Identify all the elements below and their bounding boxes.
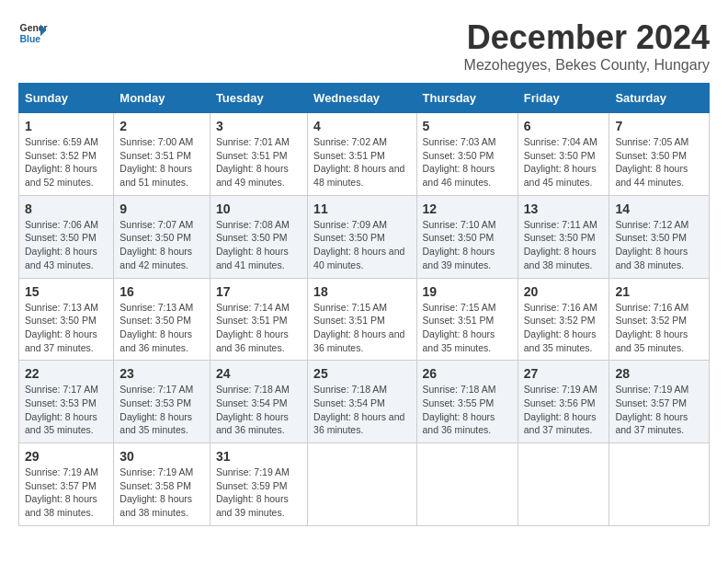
day-cell: 16Sunrise: 7:13 AMSunset: 3:50 PMDayligh…	[114, 278, 210, 361]
day-detail: Sunrise: 7:13 AMSunset: 3:50 PMDaylight:…	[119, 302, 193, 353]
day-cell: 20Sunrise: 7:16 AMSunset: 3:52 PMDayligh…	[518, 278, 609, 361]
day-number: 4	[313, 119, 410, 133]
day-number: 26	[423, 366, 512, 381]
day-detail: Sunrise: 7:14 AMSunset: 3:51 PMDaylight:…	[216, 302, 290, 353]
day-cell: 2Sunrise: 7:00 AMSunset: 3:51 PMDaylight…	[114, 113, 210, 196]
day-detail: Sunrise: 7:19 AMSunset: 3:59 PMDaylight:…	[216, 466, 290, 518]
day-cell: 6Sunrise: 7:04 AMSunset: 3:50 PMDaylight…	[518, 113, 609, 196]
day-detail: Sunrise: 7:00 AMSunset: 3:51 PMDaylight:…	[119, 136, 193, 188]
day-cell	[416, 443, 518, 526]
day-number: 30	[119, 449, 204, 464]
day-cell: 25Sunrise: 7:18 AMSunset: 3:54 PMDayligh…	[308, 361, 416, 443]
day-cell: 30Sunrise: 7:19 AMSunset: 3:58 PMDayligh…	[114, 443, 210, 526]
day-detail: Sunrise: 7:19 AMSunset: 3:57 PMDaylight:…	[25, 466, 98, 518]
day-number: 23	[119, 366, 204, 381]
logo-icon: General Blue	[18, 18, 48, 48]
day-cell	[518, 443, 609, 526]
day-cell: 15Sunrise: 7:13 AMSunset: 3:50 PMDayligh…	[19, 278, 114, 361]
day-detail: Sunrise: 7:19 AMSunset: 3:57 PMDaylight:…	[615, 384, 688, 435]
day-detail: Sunrise: 7:16 AMSunset: 3:52 PMDaylight:…	[524, 302, 597, 353]
day-cell	[609, 443, 710, 526]
week-row: 1Sunrise: 6:59 AMSunset: 3:52 PMDaylight…	[19, 113, 710, 196]
day-detail: Sunrise: 7:18 AMSunset: 3:54 PMDaylight:…	[313, 384, 404, 435]
day-detail: Sunrise: 7:18 AMSunset: 3:55 PMDaylight:…	[423, 384, 496, 435]
day-number: 6	[524, 119, 604, 133]
day-detail: Sunrise: 7:05 AMSunset: 3:50 PMDaylight:…	[615, 136, 688, 188]
day-cell: 24Sunrise: 7:18 AMSunset: 3:54 PMDayligh…	[210, 361, 307, 443]
day-cell: 12Sunrise: 7:10 AMSunset: 3:50 PMDayligh…	[416, 195, 518, 278]
col-header-sunday: Sunday	[19, 84, 114, 113]
day-number: 31	[216, 449, 301, 464]
day-number: 20	[524, 284, 604, 299]
day-cell: 29Sunrise: 7:19 AMSunset: 3:57 PMDayligh…	[19, 443, 114, 526]
day-detail: Sunrise: 6:59 AMSunset: 3:52 PMDaylight:…	[25, 136, 98, 188]
day-cell: 5Sunrise: 7:03 AMSunset: 3:50 PMDaylight…	[416, 113, 518, 196]
day-cell: 27Sunrise: 7:19 AMSunset: 3:56 PMDayligh…	[518, 361, 609, 443]
day-number: 3	[216, 119, 301, 133]
day-detail: Sunrise: 7:12 AMSunset: 3:50 PMDaylight:…	[615, 219, 688, 270]
day-detail: Sunrise: 7:15 AMSunset: 3:51 PMDaylight:…	[313, 302, 404, 353]
svg-text:Blue: Blue	[20, 34, 41, 44]
week-row: 29Sunrise: 7:19 AMSunset: 3:57 PMDayligh…	[19, 443, 710, 526]
day-cell: 26Sunrise: 7:18 AMSunset: 3:55 PMDayligh…	[416, 361, 518, 443]
col-header-monday: Monday	[114, 84, 210, 113]
week-row: 15Sunrise: 7:13 AMSunset: 3:50 PMDayligh…	[19, 278, 710, 361]
col-header-saturday: Saturday	[609, 84, 710, 113]
week-row: 22Sunrise: 7:17 AMSunset: 3:53 PMDayligh…	[19, 361, 710, 443]
day-cell: 8Sunrise: 7:06 AMSunset: 3:50 PMDaylight…	[19, 195, 114, 278]
day-cell: 10Sunrise: 7:08 AMSunset: 3:50 PMDayligh…	[210, 195, 307, 278]
day-number: 27	[524, 366, 604, 381]
day-detail: Sunrise: 7:16 AMSunset: 3:52 PMDaylight:…	[615, 302, 688, 353]
day-cell: 22Sunrise: 7:17 AMSunset: 3:53 PMDayligh…	[19, 361, 114, 443]
col-header-thursday: Thursday	[416, 84, 518, 113]
day-cell: 1Sunrise: 6:59 AMSunset: 3:52 PMDaylight…	[19, 113, 114, 196]
day-cell: 23Sunrise: 7:17 AMSunset: 3:53 PMDayligh…	[114, 361, 210, 443]
subtitle: Mezohegyes, Bekes County, Hungary	[464, 57, 710, 74]
day-number: 17	[216, 284, 301, 299]
day-detail: Sunrise: 7:18 AMSunset: 3:54 PMDaylight:…	[216, 384, 290, 435]
day-cell: 13Sunrise: 7:11 AMSunset: 3:50 PMDayligh…	[518, 195, 609, 278]
day-detail: Sunrise: 7:02 AMSunset: 3:51 PMDaylight:…	[313, 136, 404, 188]
day-cell: 14Sunrise: 7:12 AMSunset: 3:50 PMDayligh…	[609, 195, 710, 278]
day-detail: Sunrise: 7:01 AMSunset: 3:51 PMDaylight:…	[216, 136, 290, 188]
day-detail: Sunrise: 7:15 AMSunset: 3:51 PMDaylight:…	[423, 302, 496, 353]
day-cell: 28Sunrise: 7:19 AMSunset: 3:57 PMDayligh…	[609, 361, 710, 443]
day-number: 21	[615, 284, 703, 299]
week-row: 8Sunrise: 7:06 AMSunset: 3:50 PMDaylight…	[19, 195, 710, 278]
day-detail: Sunrise: 7:03 AMSunset: 3:50 PMDaylight:…	[423, 136, 496, 188]
day-number: 14	[615, 201, 703, 216]
day-cell	[308, 443, 416, 526]
day-cell: 21Sunrise: 7:16 AMSunset: 3:52 PMDayligh…	[609, 278, 710, 361]
day-number: 25	[313, 366, 410, 381]
day-cell: 11Sunrise: 7:09 AMSunset: 3:50 PMDayligh…	[308, 195, 416, 278]
day-number: 12	[423, 201, 512, 216]
day-number: 22	[25, 366, 108, 381]
day-cell: 3Sunrise: 7:01 AMSunset: 3:51 PMDaylight…	[210, 113, 307, 196]
day-detail: Sunrise: 7:11 AMSunset: 3:50 PMDaylight:…	[524, 219, 597, 270]
day-number: 29	[25, 449, 108, 464]
day-number: 1	[25, 119, 108, 133]
title-area: December 2024 Mezohegyes, Bekes County, …	[464, 18, 710, 74]
col-header-wednesday: Wednesday	[308, 84, 416, 113]
day-number: 16	[119, 284, 204, 299]
day-number: 24	[216, 366, 301, 381]
day-cell: 17Sunrise: 7:14 AMSunset: 3:51 PMDayligh…	[210, 278, 307, 361]
day-number: 7	[615, 119, 703, 133]
day-cell: 31Sunrise: 7:19 AMSunset: 3:59 PMDayligh…	[210, 443, 307, 526]
day-number: 10	[216, 201, 301, 216]
day-number: 18	[313, 284, 410, 299]
day-number: 8	[25, 201, 108, 216]
day-number: 19	[423, 284, 512, 299]
col-header-tuesday: Tuesday	[210, 84, 307, 113]
day-cell: 19Sunrise: 7:15 AMSunset: 3:51 PMDayligh…	[416, 278, 518, 361]
day-detail: Sunrise: 7:09 AMSunset: 3:50 PMDaylight:…	[313, 219, 404, 270]
day-detail: Sunrise: 7:08 AMSunset: 3:50 PMDaylight:…	[216, 219, 290, 270]
day-detail: Sunrise: 7:13 AMSunset: 3:50 PMDaylight:…	[25, 302, 98, 353]
day-detail: Sunrise: 7:19 AMSunset: 3:58 PMDaylight:…	[119, 466, 193, 518]
day-number: 28	[615, 366, 703, 381]
main-title: December 2024	[464, 18, 710, 57]
day-detail: Sunrise: 7:06 AMSunset: 3:50 PMDaylight:…	[25, 219, 98, 270]
col-header-friday: Friday	[518, 84, 609, 113]
day-number: 15	[25, 284, 108, 299]
day-detail: Sunrise: 7:04 AMSunset: 3:50 PMDaylight:…	[524, 136, 597, 188]
